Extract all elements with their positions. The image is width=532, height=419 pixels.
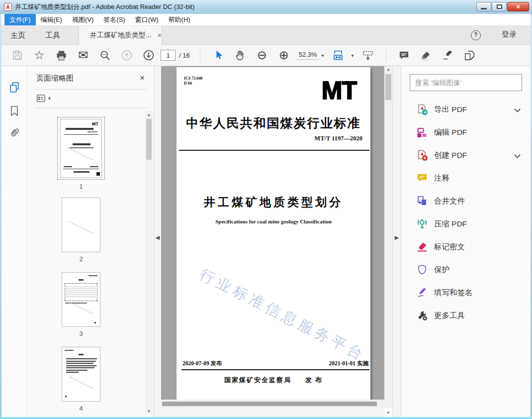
right-panel-collapse-handle[interactable]: ▶ [392, 66, 401, 417]
standard-heading: 中华人民共和国煤炭行业标准 [177, 115, 370, 131]
select-tool-button[interactable] [207, 45, 229, 66]
ics-code-line2: D 04 [184, 81, 202, 86]
fit-dropdown-caret-icon[interactable]: ▾ [352, 53, 354, 58]
tools-search-input[interactable] [410, 74, 522, 91]
vertical-scrollbar[interactable]: ▲ ▼ [384, 66, 392, 408]
menu-sign[interactable]: 签名(S) [98, 14, 130, 25]
tool-combine-files[interactable]: 合并文件 [401, 190, 531, 212]
tool-compress-pdf[interactable]: 压缩 PDF [401, 212, 531, 235]
favorite-star-button[interactable]: ☆ [28, 45, 50, 66]
tab-document[interactable]: 井工煤矿地质类型... × [79, 26, 162, 45]
heading-rule [179, 150, 369, 151]
help-button[interactable]: ? [471, 30, 481, 40]
tab-close-icon[interactable]: × [158, 31, 162, 39]
menu-view[interactable]: 视图(V) [67, 14, 98, 25]
search-icon [99, 50, 111, 61]
zoom-level-value[interactable]: 52.3% [297, 51, 319, 60]
close-button[interactable]: × [507, 2, 529, 11]
left-panel-collapse-handle[interactable]: ◀ [154, 66, 161, 417]
mt-logo: MT [322, 78, 356, 103]
zoom-in-button[interactable]: ⊕ [273, 45, 295, 66]
scroll-up-icon[interactable]: ▲ [145, 112, 153, 117]
zoom-out-button[interactable]: ⊖ [251, 45, 273, 66]
thumbnail-number: 3 [61, 330, 101, 337]
sign-button[interactable] [437, 45, 459, 66]
previous-page-button[interactable] [116, 45, 138, 66]
page-thumbnails-panel-button[interactable] [8, 81, 21, 96]
comment-button[interactable] [393, 45, 415, 66]
comment-tool-icon [416, 172, 428, 184]
hand-tool-button[interactable] [229, 45, 251, 66]
document-area-footer [161, 408, 384, 417]
print-button[interactable] [50, 45, 72, 66]
thumb-toc-box [65, 283, 97, 301]
publisher-row: 国家煤矿安全监察局发 布 [177, 376, 370, 385]
minimize-button[interactable] [476, 2, 491, 11]
document-area: ◀ ICS 73.040 D 04 MT 中华人民共和国煤炭行业标准 MT/T … [154, 66, 401, 417]
scrollbar-thumb[interactable] [146, 119, 152, 160]
close-icon: × [516, 3, 520, 10]
pdf-page[interactable]: ICS 73.040 D 04 MT 中华人民共和国煤炭行业标准 MT/T 11… [177, 67, 370, 400]
tool-fill-sign[interactable]: 填写和签名 [401, 281, 531, 304]
next-page-button[interactable] [138, 45, 160, 66]
tab-bar: 主页 工具 井工煤矿地质类型... × ? 登录 [1, 26, 531, 45]
bookmarks-panel-button[interactable] [8, 105, 20, 119]
email-button[interactable]: ✉ [72, 45, 94, 66]
vertical-scrollbar-thumb[interactable] [385, 74, 391, 100]
main-content: 页面缩略图 × ▾ MT [1, 66, 531, 417]
thumbnail-page-4[interactable]: 4 [61, 347, 101, 412]
thumb-heading-bar [66, 128, 93, 130]
collapse-right-icon[interactable]: ▶ [393, 234, 401, 241]
thumbnail-page-2[interactable]: 2 [61, 198, 101, 263]
chevron-down-icon[interactable] [514, 152, 521, 158]
collapse-left-icon[interactable]: ◀ [154, 234, 161, 241]
search-button[interactable] [94, 45, 116, 66]
scroll-down-icon[interactable]: ▼ [145, 409, 153, 414]
chevron-down-icon[interactable] [514, 106, 521, 112]
login-button[interactable]: 登录 [502, 30, 517, 39]
menu-file[interactable]: 文件(F) [4, 14, 36, 25]
panel-title: 页面缩略图 [36, 74, 74, 83]
highlight-button[interactable] [415, 45, 437, 66]
tool-more-tools[interactable]: 更多工具 [401, 304, 531, 327]
thumbnail-page-1[interactable]: MT 1 [57, 117, 105, 190]
menu-edit[interactable]: 编辑(E) [36, 14, 67, 25]
tool-label: 注释 [434, 173, 449, 184]
scroll-mode-button[interactable] [357, 45, 379, 66]
edit-pdf-icon [416, 126, 428, 138]
tab-tools[interactable]: 工具 [45, 26, 60, 45]
thumbnail-number: 1 [57, 183, 105, 190]
panel-divider [34, 89, 147, 90]
bookmark-icon [8, 105, 20, 117]
tab-home[interactable]: 主页 [10, 26, 25, 45]
attachments-panel-button[interactable] [8, 127, 20, 141]
tool-edit-pdf[interactable]: 编辑 PDF [401, 121, 531, 144]
horizontal-scrollbar-thumb[interactable] [162, 402, 377, 406]
menu-help[interactable]: 帮助(H) [164, 14, 195, 25]
thumbnail-options-button[interactable]: ▾ [36, 94, 54, 103]
page-number-input[interactable] [161, 50, 176, 61]
scroll-up-icon[interactable]: ▲ [384, 67, 392, 72]
tool-comment[interactable]: 注释 [401, 167, 531, 190]
tool-protect[interactable]: 保护 [401, 258, 531, 281]
scroll-down-icon[interactable]: ▼ [384, 411, 392, 415]
horizontal-scrollbar[interactable] [161, 400, 384, 408]
paperclip-icon [6, 124, 23, 141]
thumb-header-bar [65, 350, 74, 351]
panel-close-icon[interactable]: × [140, 73, 145, 83]
fill-sign-button[interactable] [459, 45, 481, 66]
tool-label: 保护 [434, 265, 449, 275]
main-toolbar: ☆ ✉ / 16 ⊖ ⊕ 52.3% ▾ ▾ [1, 45, 531, 66]
fit-width-button[interactable] [327, 45, 349, 66]
menu-window[interactable]: 窗口(W) [130, 14, 164, 25]
maximize-button[interactable] [492, 2, 507, 11]
thumbnail-page-3[interactable]: 3 [61, 272, 101, 337]
zoom-dropdown-caret-icon[interactable]: ▾ [322, 53, 324, 58]
tool-create-pdf[interactable]: 创建 PDF [401, 144, 531, 167]
thumbnails-scrollbar[interactable]: ▲ ▼ [145, 111, 153, 415]
save-button[interactable] [6, 45, 28, 66]
tool-redact[interactable]: 标记密文 [401, 235, 531, 258]
tool-export-pdf[interactable]: 导出 PDF [401, 98, 531, 121]
thumbnails-panel: 页面缩略图 × ▾ MT [27, 66, 154, 417]
thumb-section-title [79, 354, 84, 355]
